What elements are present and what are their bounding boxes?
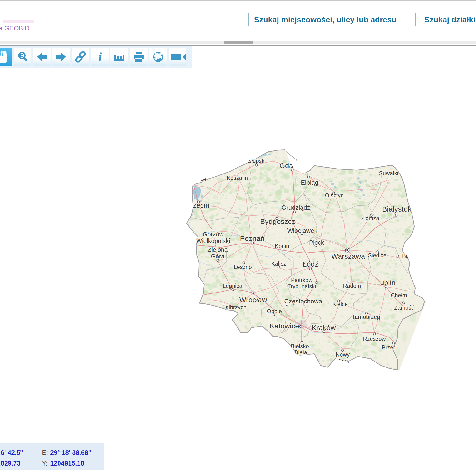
svg-text:Radom: Radom <box>343 283 361 289</box>
svg-text:Opole: Opole <box>267 308 282 314</box>
svg-text:Siedlce: Siedlce <box>368 252 387 258</box>
svg-text:Katowice: Katowice <box>270 322 299 330</box>
svg-text:Trybunalski: Trybunalski <box>288 283 316 289</box>
svg-text:Suwałki: Suwałki <box>379 170 398 176</box>
svg-text:Rzeszów: Rzeszów <box>363 336 386 342</box>
svg-text:Bielsko-: Bielsko- <box>291 343 311 349</box>
svg-text:Poznań: Poznań <box>240 235 265 242</box>
svg-text:Lublin: Lublin <box>376 279 395 287</box>
svg-text:Legnica: Legnica <box>223 283 242 289</box>
svg-text:Zielona: Zielona <box>208 246 228 253</box>
svg-text:Bydgoszcz: Bydgoszcz <box>260 218 295 225</box>
svg-text:ście: ście <box>196 176 206 182</box>
svg-text:Warszawa: Warszawa <box>331 252 365 260</box>
svg-text:Nowy: Nowy <box>336 352 350 358</box>
svg-text:Biała: Biała <box>402 253 415 259</box>
svg-text:Piotrków: Piotrków <box>291 277 313 283</box>
svg-text:Leszno: Leszno <box>234 264 252 270</box>
svg-text:Tarnobrzeg: Tarnobrzeg <box>352 314 380 320</box>
svg-text:Olsztyn: Olsztyn <box>325 192 344 199</box>
svg-text:Koszalin: Koszalin <box>227 175 248 181</box>
svg-text:Włocławek: Włocławek <box>287 227 318 234</box>
svg-text:Konin: Konin <box>275 243 289 249</box>
svg-text:Sącz: Sącz <box>337 358 349 364</box>
svg-text:Chełm: Chełm <box>391 292 407 298</box>
svg-text:Gda: Gda <box>279 162 293 170</box>
svg-text:Grudziądz: Grudziądz <box>281 204 310 211</box>
svg-text:Wielkopolski: Wielkopolski <box>196 238 230 244</box>
svg-text:Kraków: Kraków <box>311 324 336 332</box>
svg-text:Kalisz: Kalisz <box>271 261 286 267</box>
svg-text:i: i <box>98 50 102 64</box>
svg-text:Zamość: Zamość <box>394 305 414 311</box>
svg-text:Częstochowa: Częstochowa <box>284 298 322 305</box>
svg-text:Góra: Góra <box>211 253 225 260</box>
svg-text:Słupsk: Słupsk <box>248 158 265 164</box>
svg-text:Wrocław: Wrocław <box>239 296 267 304</box>
svg-text:zecin: zecin <box>193 202 209 209</box>
svg-text:Elbląg: Elbląg <box>301 179 319 186</box>
svg-text:albrzych: albrzych <box>226 304 247 310</box>
svg-text:Białystok: Białystok <box>382 205 411 213</box>
svg-text:Płock: Płock <box>309 239 324 246</box>
svg-text:Łomża: Łomża <box>362 215 379 221</box>
svg-text:Łódź: Łódź <box>303 260 319 268</box>
svg-text:Kielce: Kielce <box>333 301 348 307</box>
svg-text:Biała: Biała <box>295 349 307 356</box>
svg-text:Przer: Przer <box>382 344 395 351</box>
svg-text:Gorzów: Gorzów <box>203 231 224 238</box>
